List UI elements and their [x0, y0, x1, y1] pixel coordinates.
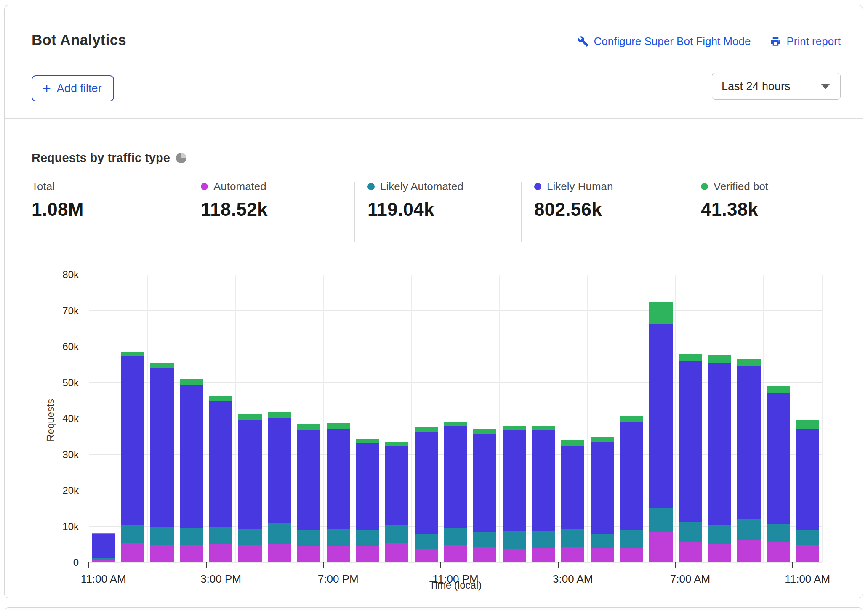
header-links: Configure Super Bot Fight Mode Print rep… [578, 35, 841, 48]
gridline-vertical [705, 275, 705, 562]
bar-7-6-00-pm[interactable] [297, 424, 321, 562]
segment-likely-human [532, 430, 555, 531]
bar-16-3-00-am[interactable] [561, 440, 585, 562]
x-axis-tick [675, 562, 676, 568]
segment-likely-automated [649, 508, 673, 532]
bar-24-11-00-am[interactable] [796, 420, 819, 562]
segment-automated [356, 546, 379, 562]
stat-divider [354, 182, 355, 242]
add-filter-button[interactable]: + Add filter [32, 75, 114, 101]
segment-likely-automated [327, 529, 350, 546]
stat-likely-automated[interactable]: Likely Automated119.04k [367, 180, 463, 220]
next-card-edge [4, 607, 863, 610]
bar-12-11-00-pm[interactable] [444, 422, 467, 562]
x-axis-tick-label: 11:00 AM [785, 573, 830, 586]
requests-chart: Requests Time (local) 010k20k30k40k50k60… [5, 258, 863, 594]
bar-4-3-00-pm[interactable] [209, 396, 233, 562]
segment-likely-human [385, 446, 409, 525]
segment-automated [92, 560, 115, 562]
gridline-vertical [617, 275, 617, 562]
header-divider [5, 118, 863, 119]
stat-label-row: Automated [201, 180, 268, 193]
bar-11-10-00-pm[interactable] [415, 427, 438, 562]
segment-automated [532, 548, 555, 562]
segment-likely-human [356, 443, 379, 530]
segment-likely-human [327, 429, 350, 529]
x-axis-tick [558, 562, 559, 568]
segment-verified-bot [121, 352, 145, 356]
gridline-vertical [734, 275, 734, 562]
bar-13-12-00-am[interactable] [473, 429, 497, 562]
segment-likely-human [796, 429, 819, 530]
bar-18-5-00-am[interactable] [620, 416, 643, 562]
segment-automated [209, 544, 233, 562]
bar-21-8-00-am[interactable] [708, 355, 731, 562]
bar-10-9-00-pm[interactable] [385, 442, 409, 562]
stat-likely-human[interactable]: Likely Human802.56k [534, 180, 613, 220]
printer-icon [770, 36, 781, 47]
stat-total[interactable]: Total1.08M [32, 180, 84, 220]
segment-verified-bot [356, 439, 379, 443]
segment-likely-automated [620, 530, 643, 548]
segment-likely-automated [444, 528, 467, 545]
segment-verified-bot [180, 379, 203, 385]
segment-likely-automated [180, 528, 203, 545]
segment-likely-automated [708, 525, 731, 544]
bar-17-4-00-am[interactable] [591, 437, 614, 562]
stat-verified-bot[interactable]: Verified bot41.38k [701, 180, 768, 220]
segment-automated [591, 548, 614, 562]
page-title: Bot Analytics [32, 32, 126, 48]
time-range-select[interactable]: Last 24 hours [712, 73, 841, 100]
bar-23-10-00-am[interactable] [767, 386, 790, 562]
gridline-vertical [470, 275, 470, 562]
stat-value: 802.56k [534, 199, 613, 220]
segment-verified-bot [297, 424, 321, 430]
bar-19-6-00-am[interactable] [649, 302, 673, 562]
gridline-vertical [147, 275, 148, 562]
gridline-vertical [411, 275, 412, 562]
stat-divider [688, 182, 688, 242]
bar-14-1-00-am[interactable] [503, 426, 526, 562]
bar-8-7-00-pm[interactable] [327, 423, 350, 562]
gridline-vertical [793, 275, 793, 562]
y-axis-tick-label: 80k [28, 269, 79, 280]
legend-dot-icon [201, 183, 208, 190]
segment-likely-human [121, 356, 145, 525]
segment-likely-human [297, 430, 321, 530]
segment-likely-human [444, 426, 467, 528]
bar-1-12-00-pm[interactable] [121, 352, 145, 562]
stat-automated[interactable]: Automated118.52k [201, 180, 268, 220]
x-axis-tick-label: 3:00 AM [553, 573, 593, 586]
bar-20-7-00-am[interactable] [679, 354, 702, 562]
bar-5-4-00-pm[interactable] [238, 414, 262, 562]
bar-3-2-00-pm[interactable] [180, 379, 203, 562]
segment-likely-human [238, 420, 262, 530]
bar-2-1-00-pm[interactable] [150, 363, 174, 562]
stat-divider [187, 182, 187, 242]
stat-value: 41.38k [701, 199, 768, 220]
segment-likely-human [92, 534, 115, 557]
stat-divider [521, 182, 522, 242]
bar-22-9-00-am[interactable] [737, 359, 761, 562]
print-report-link[interactable]: Print report [770, 35, 841, 48]
bar-0-11-00-am[interactable] [92, 533, 115, 562]
segment-automated [620, 548, 643, 562]
bar-6-5-00-pm[interactable] [268, 412, 291, 562]
configure-link-label: Configure Super Bot Fight Mode [594, 35, 751, 48]
bar-9-8-00-pm[interactable] [356, 439, 379, 562]
segment-automated [297, 546, 321, 562]
segment-likely-automated [737, 519, 761, 540]
y-axis-tick-label: 30k [28, 449, 79, 460]
segment-verified-bot [620, 416, 643, 422]
gridline-horizontal [89, 275, 822, 275]
segment-automated [473, 547, 497, 562]
bar-15-2-00-am[interactable] [532, 426, 555, 562]
stat-label: Automated [213, 180, 266, 193]
segment-verified-bot [444, 422, 467, 426]
gridline-vertical [89, 275, 89, 562]
segment-verified-bot [561, 440, 585, 446]
configure-super-bot-fight-mode-link[interactable]: Configure Super Bot Fight Mode [578, 35, 751, 48]
gridline-vertical [499, 275, 500, 562]
segment-likely-human [649, 324, 673, 508]
pie-chart-icon[interactable] [176, 153, 186, 163]
